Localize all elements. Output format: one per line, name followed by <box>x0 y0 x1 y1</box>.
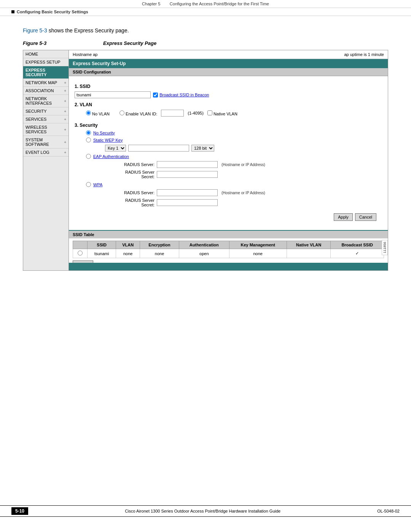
row-radio[interactable] <box>78 251 83 256</box>
security-options: No Security Static WEP Key Key 1 Key 2 K… <box>86 130 382 207</box>
chapter-title: Configuring the Access Point/Bridge for … <box>170 2 269 6</box>
sidebar-wireless-services-label: WIRELESS SERVICES <box>25 125 64 134</box>
ssid-table-wrapper: SSID VLAN Encryption Authentication Key … <box>69 238 388 263</box>
vlan-col-header: VLAN <box>116 241 140 249</box>
sidebar-item-network-interfaces[interactable]: NETWORKINTERFACES + <box>23 95 68 107</box>
sidebar-event-log-plus: + <box>64 150 66 155</box>
sidebar-item-association[interactable]: ASSOCIATION + <box>23 87 68 95</box>
eap-radius-server-input[interactable] <box>157 161 218 168</box>
enable-vlan-radio-label[interactable]: Enable VLAN ID: <box>119 110 157 116</box>
ssid-input[interactable] <box>75 91 151 98</box>
page-number: 5-10 <box>11 507 28 515</box>
sidebar-item-wireless-services[interactable]: WIRELESS SERVICES + <box>23 123 68 136</box>
security-option-eap: EAP Authentication <box>86 154 382 159</box>
no-vlan-radio-label[interactable]: No VLAN <box>86 110 110 116</box>
security-option-static-wep: Static WEP Key <box>86 137 382 142</box>
wpa-radius-server-input[interactable] <box>157 189 218 196</box>
no-vlan-label: No VLAN <box>92 112 110 116</box>
sidebar-network-map-plus: + <box>64 81 66 85</box>
no-security-radio[interactable] <box>86 130 91 135</box>
sidebar-association-label: ASSOCIATION <box>25 88 54 93</box>
sidebar-item-security[interactable]: SECURITY + <box>23 107 68 115</box>
sidebar-item-event-log[interactable]: EVENT LOG + <box>23 149 68 157</box>
figure-intro: Figure 5-3 shows the Express Security pa… <box>0 16 411 37</box>
wep-key-input[interactable] <box>128 145 189 152</box>
wep-key-select[interactable]: Key 1 Key 2 Key 3 Key 4 <box>105 145 126 152</box>
wpa-radius-server-label: RADIUS Server: <box>116 190 155 195</box>
sidebar-item-express-security[interactable]: EXPRESS SECURITY <box>23 66 68 79</box>
sidebar-item-network-map[interactable]: NETWORK MAP + <box>23 79 68 87</box>
apply-button[interactable]: Apply <box>334 213 353 221</box>
key-mgmt-cell: none <box>229 249 287 258</box>
broadcast-ssid-checkbox-label[interactable]: Broadcast SSID in Beacon <box>153 93 209 97</box>
vlan-id-input[interactable] <box>161 110 184 117</box>
form-area: 1. SSID Broadcast SSID in Beacon 2. VLAN… <box>69 76 388 228</box>
ssid-table-header: SSID Table <box>69 231 388 238</box>
hostname-label: Hostname <box>73 52 92 57</box>
sidebar-association-plus: + <box>64 89 66 93</box>
figure-title <box>71 40 79 46</box>
uptime-display: ap uptime is 1 minute <box>344 52 384 57</box>
ssid-table-title: SSID Table <box>73 232 94 237</box>
vlan-section-label: 2. VLAN <box>75 102 382 107</box>
eap-radio[interactable] <box>86 154 91 159</box>
vlan-cell: none <box>116 249 140 258</box>
sidebar-item-system-software[interactable]: SYSTEM SOFTWARE + <box>23 136 68 149</box>
eap-radius-secret-row: RADIUS ServerSecret: <box>116 170 382 179</box>
eap-radius-secret-label: RADIUS ServerSecret: <box>116 170 155 179</box>
sidebar-item-services[interactable]: SERVICES + <box>23 115 68 123</box>
eap-radius-block: RADIUS Server: (Hostname or IP Address) … <box>116 161 382 179</box>
ssid-row: Broadcast SSID in Beacon <box>75 91 382 98</box>
ssid-table: SSID VLAN Encryption Authentication Key … <box>73 241 384 258</box>
page-footer: 5-10 Cisco Aironet 1300 Series Outdoor A… <box>0 505 411 517</box>
ssid-cell: tsunami <box>88 249 116 258</box>
auth-col-header: Authentication <box>179 241 229 249</box>
ssid-col-header: SSID <box>88 241 116 249</box>
sidebar-system-software-plus: + <box>64 140 66 144</box>
sidebar-express-setup-label: EXPRESS SETUP <box>25 60 61 64</box>
native-vlan-checkbox-label[interactable]: Native VLAN <box>207 110 237 116</box>
sidebar-event-log-label: EVENT LOG <box>25 150 49 155</box>
wpa-radius-secret-input[interactable] <box>157 199 218 206</box>
table-row: tsunami none none open none ✓ <box>73 249 384 258</box>
vlan-row: No VLAN Enable VLAN ID: (1-4095) Native … <box>86 110 382 117</box>
eap-radius-secret-input[interactable] <box>157 171 218 178</box>
button-row: Apply Cancel <box>75 209 382 225</box>
figure-number: Figure 5-3 <box>23 40 46 46</box>
static-wep-link[interactable]: Static WEP Key <box>93 138 123 142</box>
sidebar-wireless-services-plus: + <box>64 128 66 132</box>
sidebar-services-label: SERVICES <box>25 117 46 121</box>
no-vlan-radio[interactable] <box>86 110 91 115</box>
eap-radius-server-row: RADIUS Server: (Hostname or IP Address) <box>116 161 382 168</box>
wpa-radius-secret-row: RADIUS ServerSecret: <box>116 198 382 207</box>
native-vlan-checkbox[interactable] <box>207 110 212 115</box>
wpa-radius-hint: (Hostname or IP Address) <box>221 191 265 195</box>
delete-cell <box>73 249 88 258</box>
broadcast-ssid-cell: ✓ <box>331 249 384 258</box>
figure-link[interactable]: Figure 5-3 <box>23 27 47 34</box>
cancel-button[interactable]: Cancel <box>355 213 376 221</box>
eap-link[interactable]: EAP Authentication <box>93 154 129 159</box>
wep-bit-select[interactable]: 128 bit 40 bit <box>191 145 214 152</box>
sidebar-item-express-setup[interactable]: EXPRESS SETUP <box>23 58 68 66</box>
wpa-radio[interactable] <box>86 182 91 187</box>
express-security-header: Express Security Set-Up <box>69 59 388 68</box>
footer-right-text: OL-5048-02 <box>377 509 400 513</box>
enable-vlan-label: Enable VLAN ID: <box>126 112 157 116</box>
sidebar-network-map-label: NETWORK MAP <box>25 80 57 85</box>
no-security-link[interactable]: No Security <box>93 131 115 135</box>
wpa-link[interactable]: WPA <box>93 182 102 187</box>
sidebar-system-software-label: SYSTEM SOFTWARE <box>25 137 64 147</box>
ssid-config-title: SSID Configuration <box>73 70 111 74</box>
sidebar-item-home[interactable]: HOME <box>23 50 68 58</box>
footer-center-text: Cisco Aironet 1300 Series Outdoor Access… <box>125 509 280 513</box>
broadcast-ssid-checkbox[interactable] <box>153 93 158 97</box>
broadcast-ssid-link[interactable]: Broadcast SSID in Beacon <box>159 93 209 97</box>
enable-vlan-radio[interactable] <box>119 110 124 115</box>
static-wep-radio[interactable] <box>86 137 91 142</box>
native-vlan-cell <box>287 249 331 258</box>
encryption-col-header: Encryption <box>140 241 179 249</box>
native-vlan-col-header: Native VLAN <box>287 241 331 249</box>
sidebar-services-plus: + <box>64 117 66 121</box>
auth-cell: open <box>179 249 229 258</box>
